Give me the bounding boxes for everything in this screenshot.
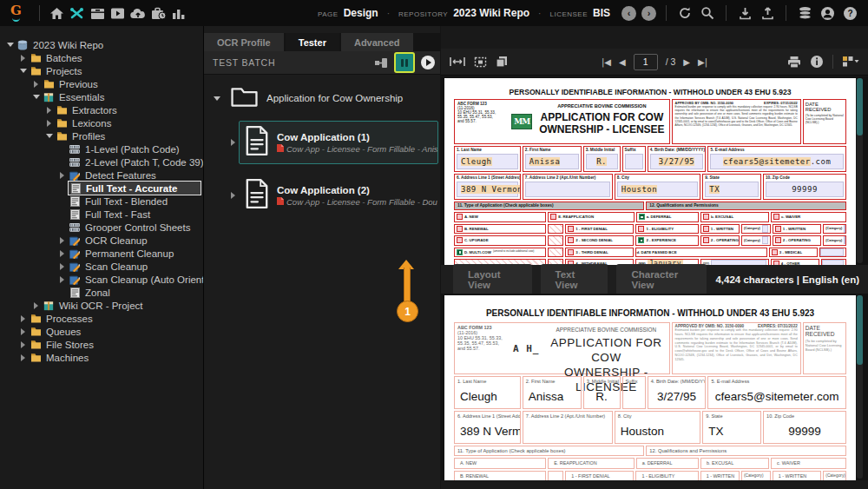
cloud-upload-icon[interactable]: [128, 3, 148, 23]
download-icon[interactable]: [733, 3, 756, 23]
tree-item-scan-cleanup[interactable]: Scan Cleanup: [0, 260, 203, 273]
bar-chart-icon[interactable]: [169, 3, 189, 23]
tree-expander-right[interactable]: [17, 315, 29, 322]
home-icon[interactable]: [47, 3, 67, 23]
tab-ocr-profile[interactable]: OCR Profile: [204, 33, 284, 51]
tree-item-lexicons[interactable]: Lexicons: [0, 116, 203, 129]
tree-expander-right[interactable]: [43, 120, 55, 127]
tree-item-machines[interactable]: Machines: [0, 351, 203, 364]
back-icon[interactable]: ‹: [621, 6, 636, 21]
refresh-icon[interactable]: [674, 3, 696, 23]
image-viewer[interactable]: PERSONALLY IDENTIFIABLE INFORMATION - WI…: [441, 76, 868, 265]
tab-character-view[interactable]: Character View: [616, 264, 707, 295]
tree-expander-right[interactable]: [56, 172, 68, 179]
tree-expander-right[interactable]: [30, 302, 42, 309]
tree-expander-right[interactable]: [17, 55, 29, 62]
field-label: 8. City: [615, 175, 700, 180]
archive-box-icon[interactable]: [88, 3, 108, 23]
svg-text:?: ?: [847, 9, 852, 18]
checkbox-cell: c. WAIVER: [771, 458, 846, 469]
tree-expander-right[interactable]: [56, 237, 68, 244]
run-play-icon[interactable]: [421, 56, 435, 69]
tree-item-essentials[interactable]: Essentials: [0, 90, 203, 103]
callout-arrow-head: [398, 260, 414, 269]
help-icon[interactable]: ?: [838, 3, 861, 23]
tree-item-zonal[interactable]: Zonal: [0, 286, 203, 299]
tree-item-previous[interactable]: Previous: [0, 77, 203, 90]
tree-expander-down[interactable]: [4, 43, 16, 47]
briefcase-clock-icon[interactable]: [148, 3, 168, 23]
tab-layout-view[interactable]: Layout View: [453, 264, 532, 295]
next-page-icon[interactable]: ▶: [683, 57, 690, 67]
batch-structure-icon[interactable]: [374, 57, 388, 69]
tree-item-full-text-fast[interactable]: Full Text - Fast: [0, 208, 203, 221]
viewer-scrollbar-thumb[interactable]: [857, 78, 863, 135]
upload-icon[interactable]: [756, 3, 779, 23]
tab-text-view[interactable]: Text View: [541, 264, 608, 295]
tree-item-wiki-ocr-project[interactable]: Wiki OCR - Project: [0, 299, 203, 312]
first-page-icon[interactable]: |◀: [602, 57, 611, 67]
tab-advanced[interactable]: Advanced: [341, 33, 413, 51]
tree-item-2023-wiki-repo[interactable]: 2023 Wiki Repo: [0, 38, 203, 51]
tools-icon[interactable]: [67, 3, 87, 23]
tree-expander-right[interactable]: [227, 139, 239, 146]
info-icon[interactable]: [810, 55, 824, 69]
search-icon[interactable]: [696, 3, 719, 23]
tree-item-batches[interactable]: Batches: [0, 51, 203, 64]
tree-item-permanent-cleanup[interactable]: Permanent Cleanup: [0, 247, 203, 260]
tree-item-projects[interactable]: Projects: [0, 64, 203, 77]
tree-expander-down[interactable]: [30, 95, 42, 99]
field-label: 9. State: [703, 412, 760, 419]
tree-item-profiles[interactable]: Profiles: [0, 129, 203, 142]
tree-item-processes[interactable]: Processes: [0, 312, 203, 325]
view-options-icon[interactable]: [842, 56, 859, 68]
select-region-icon[interactable]: [474, 56, 487, 68]
context-breadcrumb: PAGE Design · REPOSITORY 2023 Wiki Repo …: [318, 7, 619, 19]
grooper-logo[interactable]: G: [3, 4, 30, 22]
tree-expander-right[interactable]: [30, 81, 42, 88]
tree-item-full-text-accurate[interactable]: Full Text - Accurate: [0, 182, 203, 195]
test-extraction-flask-icon[interactable]: [394, 52, 415, 73]
tree-item-file-stores[interactable]: File Stores: [0, 338, 203, 351]
layout-view-pane[interactable]: PERSONALLY IDENTIFIABLE INFORMATION - WI…: [441, 294, 868, 480]
fit-width-icon[interactable]: [450, 56, 465, 67]
tree-item-1-level-patch-code[interactable]: 1-Level (Patch Code): [0, 142, 203, 155]
tree-expander-right[interactable]: [227, 192, 239, 199]
tree-item-extractors[interactable]: Extractors: [0, 103, 203, 116]
tree-item-grooper-control-sheets[interactable]: Grooper Control Sheets: [0, 221, 203, 234]
tree-item-detect-features[interactable]: Detect Features: [0, 169, 203, 182]
tree-item-scan-cleanup-auto-orient[interactable]: Scan Cleanup (Auto Orient): [0, 273, 203, 286]
tree-expander-right[interactable]: [56, 250, 68, 257]
checkbox-cell: 1 - ELIGIBILITY: [635, 471, 698, 481]
tree-expander-right[interactable]: [43, 107, 55, 114]
licensee-value[interactable]: BIS: [593, 7, 610, 19]
document-item-2[interactable]: Cow Application (2)Cow App - Licensee - …: [239, 174, 438, 217]
page-value[interactable]: Design: [344, 7, 378, 19]
tree-item-ocr-cleanup[interactable]: OCR Cleanup: [0, 234, 203, 247]
tree-expander-right[interactable]: [56, 276, 68, 283]
page-number-input[interactable]: [634, 54, 658, 70]
forward-icon[interactable]: ›: [641, 6, 656, 21]
database-icon[interactable]: [793, 3, 816, 23]
tree-expander-down[interactable]: [17, 69, 29, 73]
document-item-1[interactable]: Cow Application (1)Cow App - Licensee - …: [239, 121, 438, 164]
tree-expander-down[interactable]: [43, 134, 55, 138]
user-icon[interactable]: [816, 3, 838, 23]
tree-expander-right[interactable]: [17, 341, 29, 348]
tree-item-2-level-patch-t-code-39[interactable]: 2-Level (Patch T, Code 39): [0, 155, 203, 169]
layout-scrollbar-thumb[interactable]: [857, 295, 863, 365]
tree-item-queues[interactable]: Queues: [0, 325, 203, 338]
tree-expander-right[interactable]: [17, 354, 29, 361]
tab-tester[interactable]: Tester: [286, 33, 339, 51]
print-icon[interactable]: [787, 56, 801, 69]
batch-folder-row[interactable]: Application for Cow Ownership: [204, 85, 440, 111]
play-box-icon[interactable]: [108, 3, 128, 23]
tree-expander-right[interactable]: [17, 328, 29, 335]
previous-page-icon[interactable]: ◀: [619, 57, 626, 67]
last-page-icon[interactable]: ▶|: [698, 57, 707, 67]
tree-item-full-text-blended[interactable]: Full Text - Blended: [0, 195, 203, 208]
tree-expander-right[interactable]: [56, 263, 68, 270]
repository-value[interactable]: 2023 Wiki Repo: [453, 7, 529, 19]
tree-expander-down[interactable]: [211, 96, 222, 101]
copy-pages-icon[interactable]: [496, 56, 508, 68]
